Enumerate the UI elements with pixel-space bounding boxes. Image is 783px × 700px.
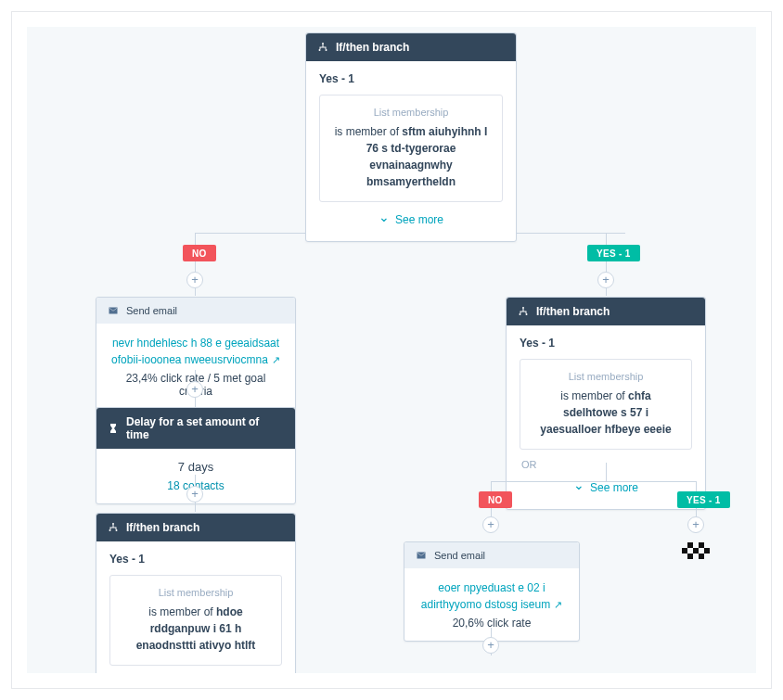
- branch-icon: [317, 42, 328, 53]
- card-body: Yes - 1 List membership is member of hdo…: [96, 541, 295, 673]
- card-title: Send email: [434, 550, 485, 561]
- email-stats: 20,6% click rate: [417, 617, 566, 630]
- criteria-label: List membership: [333, 107, 489, 118]
- email-icon: [416, 550, 427, 561]
- see-more-button[interactable]: See more: [319, 202, 503, 230]
- criteria-box: List membership is member of chfa sdelht…: [520, 359, 692, 450]
- workflow-canvas[interactable]: If/then branch Yes - 1 List membership i…: [27, 27, 756, 673]
- ifthen-branch-card[interactable]: If/then branch Yes - 1 List membership i…: [96, 513, 296, 673]
- option-label: Yes - 1: [520, 337, 692, 350]
- branch-icon: [518, 306, 529, 317]
- external-link-icon: ↗: [554, 599, 562, 610]
- card-title: If/then branch: [126, 521, 199, 534]
- add-action-button[interactable]: +: [186, 272, 203, 288]
- criteria-text: is member of hdoe rddganpuw i 61 h enaod…: [123, 604, 268, 654]
- no-badge: NO: [479, 491, 512, 508]
- card-header: Send email: [96, 298, 295, 324]
- add-action-button[interactable]: +: [482, 637, 499, 654]
- external-link-icon: ↗: [272, 354, 280, 365]
- branch-icon: [108, 522, 119, 533]
- card-header: If/then branch: [507, 298, 705, 325]
- add-action-button[interactable]: +: [186, 486, 203, 503]
- ifthen-branch-card[interactable]: If/then branch Yes - 1 List membership i…: [305, 32, 517, 242]
- card-title: Send email: [126, 305, 177, 316]
- card-title: If/then branch: [336, 41, 409, 54]
- card-body: Yes - 1 List membership is member of sft…: [306, 61, 516, 241]
- criteria-prefix: is member of: [560, 389, 628, 402]
- email-link[interactable]: nevr hndehlesc h 88 e geeaidsaat ofobii-…: [109, 335, 282, 368]
- see-more-label: See more: [395, 213, 443, 226]
- hourglass-icon: [108, 423, 119, 434]
- frame: If/then branch Yes - 1 List membership i…: [11, 11, 772, 689]
- criteria-prefix: is member of: [335, 125, 403, 138]
- delay-days: 7 days: [109, 460, 282, 474]
- criteria-prefix: is member of: [148, 605, 216, 618]
- card-header: Delay for a set amount of time: [96, 408, 295, 449]
- criteria-text: is member of sftm aiuhyihnh I 76 s td-ty…: [333, 123, 489, 190]
- no-badge: NO: [183, 245, 216, 261]
- yes-badge: YES - 1: [677, 491, 730, 508]
- card-title: Delay for a set amount of time: [126, 415, 284, 441]
- add-action-button[interactable]: +: [186, 381, 203, 398]
- criteria-box: List membership is member of sftm aiuhyi…: [319, 95, 503, 202]
- card-header: If/then branch: [306, 33, 516, 61]
- criteria-label: List membership: [533, 371, 678, 382]
- see-more-label: See more: [590, 481, 638, 494]
- criteria-text: is member of chfa sdelhtowe s 57 i yaesu…: [533, 388, 678, 438]
- card-header: If/then branch: [96, 514, 295, 541]
- goal-terminator-icon: [682, 542, 710, 559]
- yes-badge: YES - 1: [587, 245, 640, 261]
- connector: [491, 481, 697, 482]
- option-label: Yes - 1: [319, 72, 503, 85]
- card-header: Send email: [404, 542, 579, 568]
- card-title: If/then branch: [536, 305, 610, 318]
- criteria-label: List membership: [123, 587, 268, 598]
- add-action-button[interactable]: +: [597, 272, 614, 288]
- email-link-text: eoer npyeduast e 02 i adirthyyomo dstosg…: [421, 581, 550, 611]
- add-action-button[interactable]: +: [482, 516, 499, 533]
- email-icon: [108, 305, 119, 316]
- criteria-box: List membership is member of hdoe rddgan…: [109, 575, 282, 666]
- option-label: Yes - 1: [109, 553, 282, 566]
- email-link-text: nevr hndehlesc h 88 e geeaidsaat ofobii-…: [111, 337, 279, 366]
- email-link[interactable]: eoer npyeduast e 02 i adirthyyomo dstosg…: [417, 579, 566, 613]
- connector: [606, 463, 607, 481]
- add-action-button[interactable]: +: [687, 516, 704, 533]
- send-email-card[interactable]: Send email eoer npyeduast e 02 i adirthy…: [404, 541, 580, 642]
- card-body: eoer npyeduast e 02 i adirthyyomo dstosg…: [404, 568, 579, 641]
